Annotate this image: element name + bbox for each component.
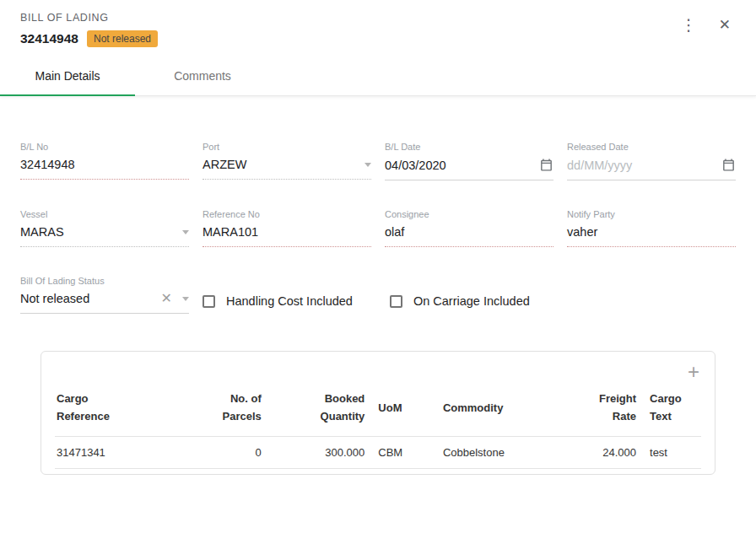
released-date-input[interactable]: dd/MM/yyyy [567,158,736,180]
checkbox-row: Handling Cost Included On Carriage Inclu… [202,276,736,314]
handling-cost-checkbox[interactable]: Handling Cost Included [202,294,353,308]
released-date-placeholder: dd/MM/yyyy [567,159,632,172]
bl-no-field: B/L No 32414948 [20,142,189,180]
close-icon[interactable]: ✕ [719,18,731,32]
bl-status-select[interactable]: Not released ✕ [20,292,189,314]
released-date-label: Released Date [567,142,736,152]
bill-of-lading-dialog: BILL OF LADING 32414948 Not released ⋮ ✕… [0,0,756,475]
col-line: Quantity [275,408,365,426]
tab-comments[interactable]: Comments [135,57,270,95]
col-uom: UoM [371,384,436,436]
calendar-icon[interactable] [721,158,736,172]
cell-freight-rate: 24.000 [572,436,643,468]
col-no-of-parcels: No. of Parcels [210,384,268,436]
bl-number-title: 32414948 [20,31,78,46]
cargo-table: Cargo Reference No. of Parcels Booked Qu… [55,384,701,469]
bl-status-field: Bill Of Lading Status Not released ✕ [20,276,189,314]
col-commodity: Commodity [436,384,572,436]
col-booked-quantity: Booked Quantity [268,384,372,436]
cell-cargo-text: test [643,436,701,468]
add-cargo-line-button[interactable]: + [688,362,699,382]
table-header-row: Cargo Reference No. of Parcels Booked Qu… [55,384,701,436]
dialog-eyebrow: BILL OF LADING [20,12,736,24]
col-cargo-text: Cargo Text [643,384,701,436]
col-cargo-reference: Cargo Reference [55,384,210,436]
form-grid: B/L No 32414948 Port ARZEW B/L Date 04/0… [20,142,736,314]
port-select[interactable]: ARZEW [202,158,371,180]
notify-party-field: Notify Party vaher [567,209,736,247]
cell-cargo-reference: 31471341 [55,436,210,468]
bl-date-label: B/L Date [385,142,554,152]
bl-date-value: 04/03/2020 [385,159,446,172]
consignee-value: olaf [385,225,404,239]
col-line: Rate [579,408,636,426]
status-badge: Not released [87,30,158,47]
port-field: Port ARZEW [202,142,371,180]
dialog-header: BILL OF LADING 32414948 Not released ⋮ ✕ [0,0,756,57]
reference-no-input[interactable]: MARA101 [202,225,371,247]
reference-no-label: Reference No [202,209,371,219]
handling-cost-label: Handling Cost Included [226,294,353,308]
vessel-select[interactable]: MARAS [20,225,189,247]
col-line: Booked [275,390,365,408]
notify-party-label: Notify Party [567,209,736,219]
bl-status-value: Not released [20,292,89,305]
title-row: 32414948 Not released [20,30,736,47]
clear-icon[interactable]: ✕ [161,292,172,305]
col-line: Cargo [650,390,694,408]
cell-uom: CBM [371,436,436,468]
bl-no-input[interactable]: 32414948 [20,158,189,180]
header-actions: ⋮ ✕ [681,17,731,33]
reference-no-field: Reference No MARA101 [202,209,371,247]
bl-date-input[interactable]: 04/03/2020 [385,158,554,180]
consignee-input[interactable]: olaf [385,225,554,247]
col-line: Cargo [57,390,203,408]
col-line: Reference [57,408,203,426]
col-line: Parcels [217,408,262,426]
cell-no-of-parcels: 0 [210,436,268,468]
checkbox-unchecked-icon [390,295,402,308]
on-carriage-label: On Carriage Included [413,294,530,308]
col-freight-rate: Freight Rate [572,384,643,436]
port-label: Port [202,142,371,152]
consignee-label: Consignee [385,209,554,219]
bl-no-value: 32414948 [20,158,75,171]
kebab-menu-icon[interactable]: ⋮ [681,17,697,33]
main-content: B/L No 32414948 Port ARZEW B/L Date 04/0… [0,96,756,475]
vessel-label: Vessel [20,209,189,219]
consignee-field: Consignee olaf [385,209,554,247]
port-value: ARZEW [202,158,246,171]
chevron-down-icon[interactable] [364,163,371,167]
released-date-field: Released Date dd/MM/yyyy [567,142,736,180]
cell-commodity: Cobbelstone [436,436,572,468]
notify-party-value: vaher [567,225,597,239]
tab-main-details[interactable]: Main Details [0,57,135,95]
on-carriage-checkbox[interactable]: On Carriage Included [390,294,530,308]
bl-status-label: Bill Of Lading Status [20,276,189,286]
cargo-lines-card: + Cargo Reference No. of Parcel [40,351,716,475]
vessel-value: MARAS [20,225,64,239]
card-toolbar: + [55,358,701,384]
calendar-icon[interactable] [539,158,554,172]
chevron-down-icon[interactable] [182,297,189,301]
tab-bar: Main Details Comments [0,57,756,96]
bl-date-field: B/L Date 04/03/2020 [385,142,554,180]
checkbox-unchecked-icon [202,295,215,308]
bl-no-label: B/L No [20,142,189,152]
col-line: Freight [579,390,636,408]
cell-booked-quantity: 300.000 [268,436,372,468]
col-line: Commodity [443,400,565,417]
table-row[interactable]: 31471341 0 300.000 CBM Cobbelstone 24.00… [55,436,701,468]
vessel-field: Vessel MARAS [20,209,189,247]
reference-no-value: MARA101 [202,225,258,239]
col-line: UoM [378,400,429,417]
chevron-down-icon[interactable] [182,230,189,234]
col-line: No. of [217,390,262,408]
col-line: Text [650,408,694,426]
notify-party-input[interactable]: vaher [567,225,736,247]
